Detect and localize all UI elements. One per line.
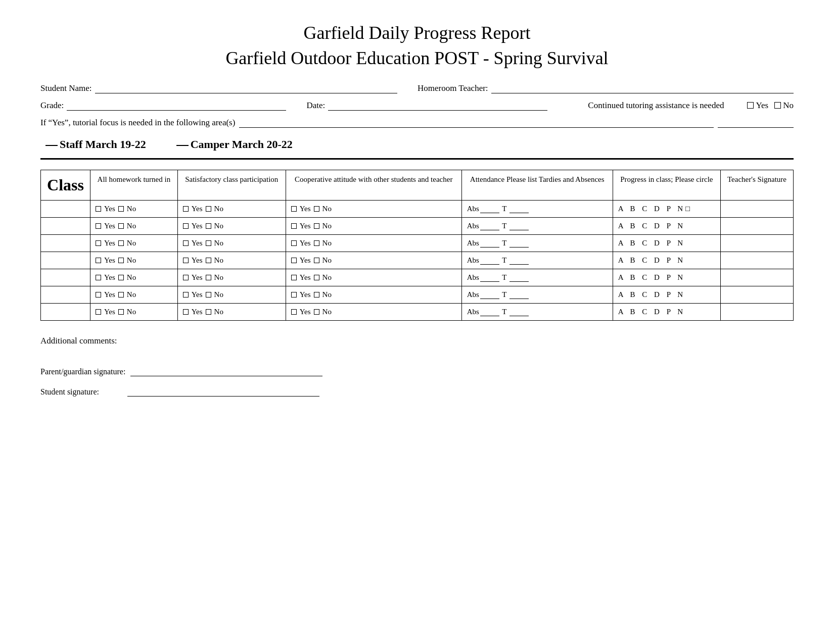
cooperative-cell[interactable]: Yes No [286, 269, 461, 286]
col-homework: All homework turned in [90, 170, 177, 200]
attendance-cell[interactable]: Abs T [461, 286, 613, 303]
participation-cell[interactable]: Yes No [177, 286, 286, 303]
signature-cell[interactable] [720, 269, 793, 286]
homework-cell[interactable]: Yes No [90, 286, 177, 303]
divider [40, 158, 794, 160]
student-name-label: Student Name: [40, 83, 92, 93]
col-participation: Satisfactory class participation [177, 170, 286, 200]
class-name-cell[interactable] [41, 217, 90, 234]
participation-cell[interactable]: Yes No [177, 269, 286, 286]
participation-cell[interactable]: Yes No [177, 303, 286, 320]
camper-underline [176, 145, 189, 146]
cooperative-cell[interactable]: Yes No [286, 217, 461, 234]
additional-comments-section: Additional comments: [40, 336, 794, 346]
table-row: Yes No Yes No Yes No Abs T A B C D P N□ [41, 200, 794, 217]
staff-camper-row: Staff March 19-22 Camper March 20-22 [45, 138, 794, 151]
tutorial-field2[interactable] [718, 119, 794, 128]
progress-cell[interactable]: A B C D P N [613, 252, 720, 269]
student-signature-row: Student signature: [40, 386, 794, 397]
grade-field[interactable] [67, 102, 286, 111]
col-cooperative: Cooperative attitude with other students… [286, 170, 461, 200]
homework-cell[interactable]: Yes No [90, 303, 177, 320]
col-attendance: Attendance Please list Tardies and Absen… [461, 170, 613, 200]
participation-cell[interactable]: Yes No [177, 252, 286, 269]
class-name-cell[interactable] [41, 303, 90, 320]
yes-label: Yes [756, 101, 768, 111]
parent-signature-row: Parent/guardian signature: [40, 366, 794, 376]
camper-label: Camper March 20-22 [176, 138, 293, 151]
attendance-cell[interactable]: Abs T [461, 234, 613, 252]
cooperative-cell[interactable]: Yes No [286, 252, 461, 269]
homework-cell[interactable]: Yes No [90, 252, 177, 269]
table-header-row: Class All homework turned in Satisfactor… [41, 170, 794, 200]
progress-table: Class All homework turned in Satisfactor… [40, 170, 794, 321]
parent-signature-line[interactable] [130, 366, 322, 376]
cooperative-cell[interactable]: Yes No [286, 303, 461, 320]
hw-yes-box[interactable] [96, 206, 101, 212]
hw-no-box[interactable] [118, 206, 124, 212]
participation-cell[interactable]: Yes No [177, 200, 286, 217]
class-name-cell[interactable] [41, 252, 90, 269]
date-field[interactable] [328, 102, 547, 111]
progress-cell[interactable]: A B C D P N [613, 234, 720, 252]
table-row: Yes No Yes No Yes No Abs T A B C D P N [41, 269, 794, 286]
homework-cell[interactable]: Yes No [90, 217, 177, 234]
table-row: Yes No Yes No Yes No Abs T A B C D P N [41, 217, 794, 234]
homeroom-teacher-field[interactable] [491, 84, 794, 93]
grade-label: Grade: [40, 101, 64, 111]
date-label: Date: [306, 101, 325, 111]
signature-cell[interactable] [720, 200, 793, 217]
tutorial-label: If “Yes”, tutorial focus is needed in th… [40, 118, 235, 128]
progress-cell[interactable]: A B C D P N [613, 217, 720, 234]
student-signature-label: Student signature: [40, 387, 99, 397]
progress-cell[interactable]: A B C D P N□ [613, 200, 720, 217]
table-row: Yes No Yes No Yes No Abs T A B C D P N [41, 303, 794, 320]
class-name-cell[interactable] [41, 286, 90, 303]
signature-cell[interactable] [720, 217, 793, 234]
attendance-cell[interactable]: Abs T [461, 252, 613, 269]
table-row: Yes No Yes No Yes No Abs T A B C D P N [41, 234, 794, 252]
student-signature-line[interactable] [127, 386, 319, 397]
signature-cell[interactable] [720, 286, 793, 303]
title-section: Garfield Daily Progress Report Garfield … [40, 20, 794, 71]
homeroom-teacher-label: Homeroom Teacher: [418, 83, 488, 93]
class-name-cell[interactable] [41, 200, 90, 217]
participation-cell[interactable]: Yes No [177, 234, 286, 252]
cooperative-cell[interactable]: Yes No [286, 286, 461, 303]
col-signature: Teacher's Signature [720, 170, 793, 200]
attendance-cell[interactable]: Abs T [461, 269, 613, 286]
attendance-cell[interactable]: Abs T [461, 200, 613, 217]
participation-cell[interactable]: Yes No [177, 217, 286, 234]
signature-cell[interactable] [720, 252, 793, 269]
student-name-field[interactable] [95, 84, 397, 93]
homework-cell[interactable]: Yes No [90, 269, 177, 286]
attendance-cell[interactable]: Abs T [461, 217, 613, 234]
no-checkbox-box[interactable] [774, 102, 781, 109]
cooperative-cell[interactable]: Yes No [286, 200, 461, 217]
additional-comments-label: Additional comments: [40, 336, 117, 345]
class-name-cell[interactable] [41, 269, 90, 286]
tutoring-checkbox-group: Yes No [747, 101, 794, 111]
signature-cell[interactable] [720, 303, 793, 320]
progress-cell[interactable]: A B C D P N [613, 303, 720, 320]
attendance-cell[interactable]: Abs T [461, 303, 613, 320]
title-line1: Garfield Daily Progress Report [304, 23, 531, 43]
homework-cell[interactable]: Yes No [90, 234, 177, 252]
tutorial-field[interactable] [239, 119, 714, 128]
table-row: Yes No Yes No Yes No Abs T A B C D P N [41, 252, 794, 269]
progress-cell[interactable]: A B C D P N [613, 269, 720, 286]
yes-checkbox-box[interactable] [747, 102, 754, 109]
yes-checkbox[interactable]: Yes [747, 101, 768, 111]
homework-cell[interactable]: Yes No [90, 200, 177, 217]
class-name-cell[interactable] [41, 234, 90, 252]
col-class: Class [41, 170, 90, 200]
progress-cell[interactable]: A B C D P N [613, 286, 720, 303]
staff-label: Staff March 19-22 [45, 138, 146, 151]
table-row: Yes No Yes No Yes No Abs T A B C D P N [41, 286, 794, 303]
signature-cell[interactable] [720, 234, 793, 252]
tutoring-label: Continued tutoring assistance is needed [588, 101, 724, 111]
grade-date-row: Grade: Date: Continued tutoring assistan… [40, 101, 794, 111]
cooperative-cell[interactable]: Yes No [286, 234, 461, 252]
no-label: No [783, 101, 794, 111]
no-checkbox[interactable]: No [774, 101, 794, 111]
